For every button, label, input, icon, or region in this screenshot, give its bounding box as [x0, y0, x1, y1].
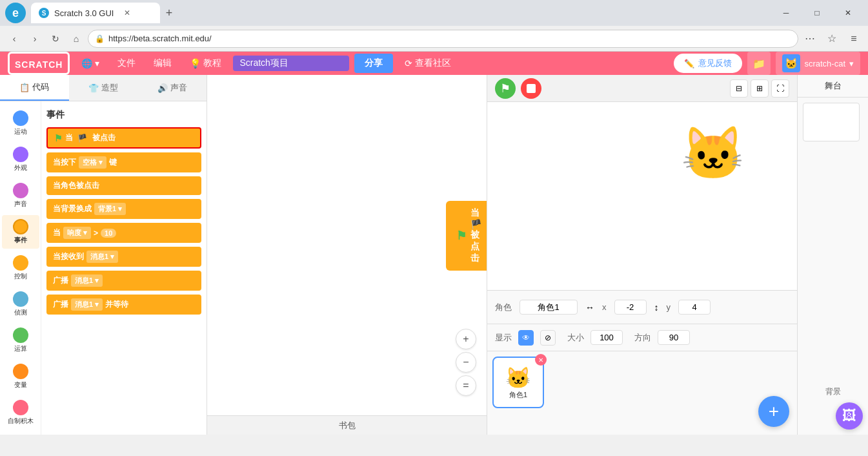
category-sensing[interactable]: 侦测 [2, 287, 39, 321]
tab-costume[interactable]: 👕 造型 [69, 75, 138, 101]
zoom-reset-button[interactable]: = [456, 375, 476, 396]
user-avatar: 🐱 [782, 54, 800, 72]
category-custom[interactable]: 自制积木 [2, 396, 39, 430]
sprite-name-input[interactable] [520, 300, 578, 315]
motion-label: 运动 [14, 127, 27, 136]
x-input[interactable] [614, 300, 647, 315]
green-flag-button[interactable]: ⚑ [495, 78, 516, 99]
community-label: 查看社区 [415, 57, 451, 69]
when-msg-label: 当接收到 [53, 251, 84, 262]
block-when-gt[interactable]: 当 响度 ▾ > 10 [46, 223, 201, 243]
maximize-button[interactable]: □ [802, 4, 832, 22]
block-when-message[interactable]: 当接收到 消息1 ▾ [46, 247, 201, 267]
file-menu[interactable]: 文件 [111, 54, 142, 73]
feedback-button[interactable]: ✏️ 意见反馈 [674, 54, 742, 73]
sensor-dropdown[interactable]: 响度 ▾ [63, 227, 91, 239]
backdrop-thumbnail [803, 103, 860, 141]
home-button[interactable]: ⌂ [67, 30, 85, 48]
block-when-flag[interactable]: ⚑ 当 🏴 被点击 [46, 127, 201, 149]
tab-sound[interactable]: 🔊 声音 [137, 75, 207, 101]
sprite-list-area: ✕ 🐱 角色1 + [487, 351, 797, 435]
forward-button[interactable]: › [26, 30, 44, 48]
category-looks[interactable]: 外观 [2, 143, 39, 176]
sprite-item-cat[interactable]: ✕ 🐱 角色1 [492, 357, 544, 408]
edit-menu[interactable]: 编辑 [147, 54, 178, 73]
y-input[interactable] [678, 300, 711, 315]
block-broadcast[interactable]: 广播 消息1 ▾ [46, 271, 201, 291]
project-name-input[interactable] [233, 56, 349, 71]
gt-symbol: > [94, 229, 98, 238]
costume-tab-icon: 👕 [88, 83, 99, 93]
broadcast-wait-msg-dropdown[interactable]: 消息1 ▾ [71, 298, 103, 311]
category-operators[interactable]: 运算 [2, 324, 39, 357]
globe-arrow: ▾ [95, 58, 99, 68]
category-motion[interactable]: 运动 [2, 107, 39, 140]
sprite-name-label: 角色1 [509, 390, 527, 400]
category-control[interactable]: 控制 [2, 251, 39, 285]
direction-label: 方向 [634, 332, 651, 344]
block-when-backdrop[interactable]: 当背景换成 背景1 ▾ [46, 199, 201, 219]
canvas-block-when-flag[interactable]: ⚑ 当 🏴 被点击 [446, 201, 487, 271]
looks-label: 外观 [14, 163, 27, 172]
scratch-logo: SCRATCH [8, 52, 70, 75]
block-when-key[interactable]: 当按下 空格 ▾ 键 [46, 152, 201, 172]
block-when-sprite-click[interactable]: 当角色被点击 [46, 176, 201, 195]
favorites-button[interactable]: ☆ [823, 30, 841, 48]
tab-close-button[interactable]: ✕ [124, 8, 130, 17]
new-tab-button[interactable]: + [160, 4, 178, 22]
stage-fullscreen-button[interactable]: ⛶ [771, 79, 789, 98]
stage-label: 舞台 [798, 75, 868, 98]
category-variables[interactable]: 变量 [2, 360, 39, 393]
add-backdrop-button[interactable]: 🖼 [836, 402, 863, 430]
back-button[interactable]: ‹ [5, 30, 23, 48]
y-label: y [667, 302, 671, 312]
browser-tab[interactable]: S Scratch 3.0 GUI ✕ [31, 3, 160, 23]
bottom-bar: 书包 [207, 415, 487, 435]
tab-code[interactable]: 📋 代码 [0, 75, 69, 101]
sprite-delete-button[interactable]: ✕ [535, 354, 547, 366]
category-sound[interactable]: 声音 [2, 179, 39, 212]
broadcast-msg-dropdown[interactable]: 消息1 ▾ [71, 275, 103, 287]
when-gt-label: 当 [53, 227, 61, 238]
globe-menu[interactable]: 🌐 ▾ [75, 54, 106, 72]
user-arrow: ▾ [849, 59, 854, 68]
community-button[interactable]: ⟳ 查看社区 [398, 54, 458, 73]
settings-button[interactable]: ≡ [845, 30, 863, 48]
extensions-button[interactable]: ⋯ [801, 30, 819, 48]
key-dropdown[interactable]: 空格 ▾ [79, 156, 106, 169]
show-button[interactable]: 👁 [518, 330, 534, 346]
direction-input[interactable] [658, 330, 690, 345]
flag-icon-block1: ⚑ [54, 133, 63, 143]
menu-bar: SCRATCH 🌐 ▾ 文件 编辑 💡 教程 分享 ⟳ 查看社区 ✏️ 意见反馈… [0, 52, 868, 75]
broadcast-wait-label: 广播 [53, 299, 68, 310]
refresh-button[interactable]: ↻ [46, 30, 65, 48]
address-bar[interactable]: 🔒 https://beta.scratch.mit.edu/ [88, 30, 798, 48]
close-button[interactable]: ✕ [833, 4, 863, 22]
when-sprite-label: 当角色被点击 [53, 180, 99, 191]
sprite-thumbnail: 🐱 [505, 366, 531, 390]
minimize-button[interactable]: ─ [771, 4, 801, 22]
user-menu[interactable]: 🐱 scratch-cat ▾ [776, 52, 860, 75]
zoom-in-button[interactable]: + [456, 329, 476, 349]
stage-panel: ⚑ ⊟ ⊞ ⛶ 🐱 角色 ↔ [487, 75, 797, 435]
stop-button[interactable] [521, 78, 541, 99]
share-button[interactable]: 分享 [354, 54, 393, 73]
category-events[interactable]: 事件 [2, 215, 39, 249]
backdrop-dropdown[interactable]: 背景1 ▾ [94, 203, 126, 215]
x-label: x [602, 302, 607, 312]
hide-button[interactable]: ⊘ [540, 330, 556, 346]
folder-button[interactable]: 📁 [747, 52, 771, 75]
sprite-list: ✕ 🐱 角色1 [487, 351, 787, 435]
tutorials-menu[interactable]: 💡 教程 [183, 54, 228, 73]
stage-small-button[interactable]: ⊟ [730, 79, 748, 98]
control-dot [13, 255, 28, 271]
size-input[interactable] [590, 330, 623, 345]
receive-msg-dropdown[interactable]: 消息1 ▾ [86, 251, 118, 263]
stage-canvas: 🐱 [487, 102, 797, 290]
block-broadcast-wait[interactable]: 广播 消息1 ▾ 并等待 [46, 295, 201, 315]
zoom-out-button[interactable]: − [456, 352, 476, 373]
sound-tab-icon: 🔊 [157, 83, 168, 93]
stage-normal-button[interactable]: ⊞ [751, 79, 769, 98]
add-sprite-button[interactable]: + [758, 396, 789, 427]
variables-dot [13, 364, 28, 379]
